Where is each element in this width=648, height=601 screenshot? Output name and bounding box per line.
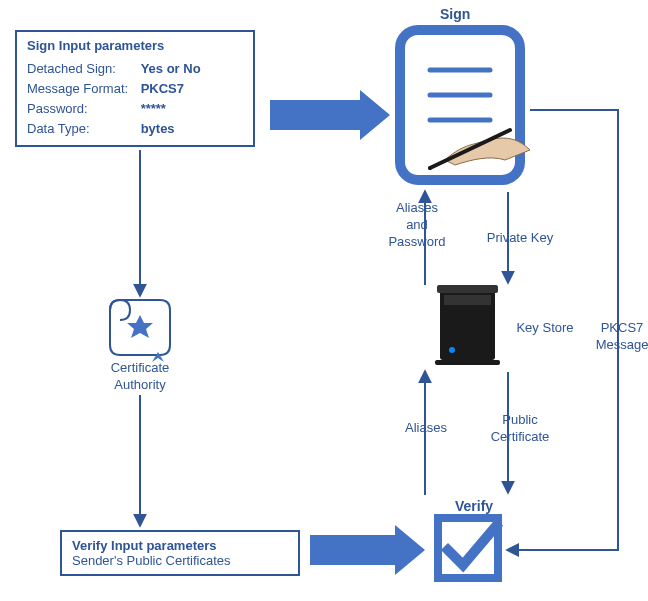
param-value: bytes [141,121,175,136]
param-row: Password: ***** [27,99,243,119]
svg-rect-11 [437,285,498,293]
svg-rect-10 [444,295,491,305]
param-row: Message Format: PKCS7 [27,79,243,99]
certificate-scroll-icon [110,300,170,362]
param-row: Data Type: bytes [27,119,243,139]
aliases-password-label: Aliases and Password [382,200,452,251]
certificate-authority-label: Certificate Authority [100,360,180,394]
sign-box-title: Sign Input parameters [27,38,243,53]
input-bottom-label: Input [330,543,380,560]
svg-marker-8 [127,315,153,338]
svg-rect-14 [438,518,498,578]
param-label: Message Format: [27,79,137,99]
pkcs7-message-label: PKCS7 Message [592,320,648,354]
key-store-label: Key Store [505,320,585,337]
param-value: PKCS7 [141,81,184,96]
tablet-signing-icon [400,30,530,180]
verify-input-params-box: Verify Input parameters Sender's Public … [60,530,300,576]
param-value: Yes or No [141,61,201,76]
verify-box-subtitle: Sender's Public Certificates [72,553,288,568]
param-label: Data Type: [27,119,137,139]
checkbox-icon [438,518,498,578]
input-top-label: Input [298,109,348,126]
sign-heading: Sign [440,6,470,22]
param-value: ***** [141,101,166,116]
aliases-label: Aliases [396,420,456,437]
sign-input-params-box: Sign Input parameters Detached Sign: Yes… [15,30,255,147]
verify-heading: Verify [455,498,493,514]
svg-rect-13 [435,360,500,365]
private-key-label: Private Key [480,230,560,247]
public-certificate-label: Public Certificate [480,412,560,446]
svg-point-7 [428,166,432,170]
param-label: Password: [27,99,137,119]
param-row: Detached Sign: Yes or No [27,59,243,79]
param-label: Detached Sign: [27,59,137,79]
svg-rect-9 [440,290,495,360]
svg-point-12 [449,347,455,353]
svg-line-6 [430,130,510,168]
server-tower-icon [435,285,500,365]
verify-box-title: Verify Input parameters [72,538,288,553]
svg-rect-2 [400,30,520,180]
